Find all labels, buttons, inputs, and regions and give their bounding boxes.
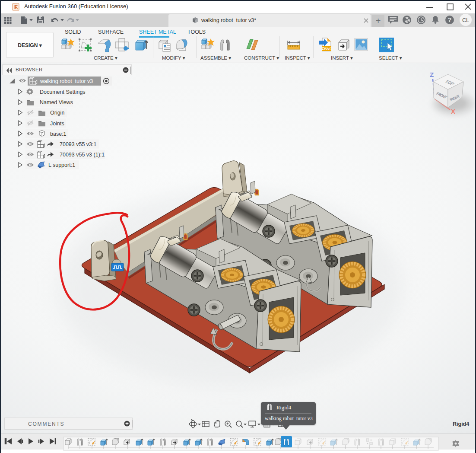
- svg-text:walking robot tutor v3: walking robot tutor v3: [40, 78, 93, 84]
- svg-text:Document Settings: Document Settings: [40, 89, 86, 95]
- svg-text:Origin: Origin: [50, 110, 64, 116]
- svg-text:base:1: base:1: [50, 131, 67, 137]
- svg-text:?: ?: [448, 16, 452, 23]
- svg-text:Z: Z: [430, 71, 434, 78]
- svg-text:Named Views: Named Views: [40, 99, 73, 105]
- svg-text:Joints: Joints: [50, 121, 64, 127]
- svg-text:70093 v55 v3:1: 70093 v55 v3:1: [60, 141, 97, 147]
- svg-text:SVG: SVG: [325, 47, 333, 51]
- svg-text:X: X: [451, 108, 455, 115]
- svg-text:L support:1: L support:1: [48, 162, 75, 168]
- svg-text:70093 v55 v3 (1):1: 70093 v55 v3 (1):1: [60, 152, 105, 158]
- svg-text:CL: CL: [462, 17, 469, 23]
